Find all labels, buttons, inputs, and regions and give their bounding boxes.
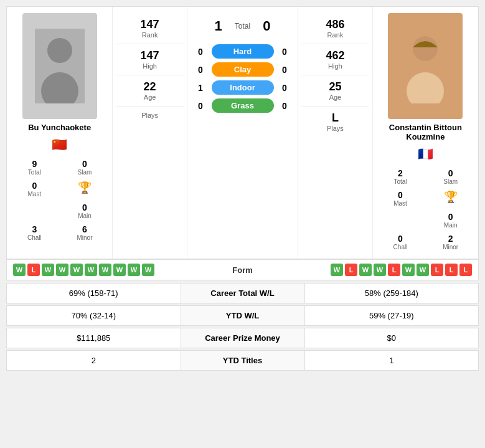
left-main-lbl: Main <box>62 212 108 219</box>
right-mast-val: 0 <box>377 190 424 200</box>
left-main-cell: 0 Main <box>60 201 110 221</box>
left-trophy-cell: 🏆 <box>60 179 110 199</box>
left-player-avatar <box>22 13 97 119</box>
form-label: Form <box>232 265 253 275</box>
form-badge-1: L <box>27 264 40 276</box>
left-stats-inner: 147 Rank 147 High 22 Age Plays <box>113 7 187 130</box>
form-badge-0: W <box>13 264 26 276</box>
surface-indoor-right-score: 0 <box>277 83 293 93</box>
right-player-avatar <box>388 13 463 119</box>
svg-point-4 <box>413 36 438 61</box>
surface-grass-btn[interactable]: Grass <box>212 98 274 113</box>
surface-hard-right-score: 0 <box>277 47 293 57</box>
right-slam-val: 0 <box>427 168 474 178</box>
right-minor-cell: 2 Minor <box>426 232 475 252</box>
form-badge-4: L <box>388 264 400 276</box>
stats-right-2: $0 <box>305 328 479 348</box>
right-main-cell: 0 Main <box>426 210 475 231</box>
right-age-box: 25 Age <box>301 75 369 107</box>
left-mast-val: 0 <box>11 181 58 191</box>
right-stats-inner: 486 Rank 462 High 25 Age L Plays <box>298 7 372 143</box>
left-rank-box: 147 Rank <box>116 13 184 44</box>
right-total-lbl: Total <box>377 178 424 185</box>
right-age-val: 25 <box>304 80 366 93</box>
form-badge-2: W <box>359 264 372 276</box>
stats-center-1: YTD W/L <box>181 306 305 325</box>
stats-row-0: 69% (158-71) Career Total W/L 58% (259-1… <box>6 283 479 303</box>
form-badge-7: W <box>113 264 126 276</box>
stats-left-0: 69% (158-71) <box>7 284 181 303</box>
right-player-card: Constantin Bittoun Kouzmine 🇫🇷 2 Total 0… <box>373 7 478 259</box>
right-high-box: 462 High <box>301 44 369 75</box>
form-badge-7: L <box>431 264 443 276</box>
surface-clay-btn[interactable]: Clay <box>212 62 274 77</box>
stats-right-3: 1 <box>305 351 479 370</box>
left-mast-lbl: Mast <box>11 191 58 198</box>
right-mast-cell: 0 Mast <box>376 188 425 209</box>
form-badge-1: L <box>345 264 357 276</box>
right-plays-val: L <box>304 112 366 125</box>
surface-hard-left-score: 0 <box>193 47 209 57</box>
left-form-badges: WLWWWWWWWW <box>13 264 154 276</box>
left-total-lbl: Total <box>11 169 58 176</box>
left-slam-val: 0 <box>62 159 108 169</box>
form-badge-8: W <box>128 264 140 276</box>
right-form-badges: WLWWLWWLLL <box>331 264 472 276</box>
left-player-card: Bu Yunchaokete 🇨🇳 9 Total 0 Slam 0 Mast <box>7 7 112 259</box>
form-badge-9: W <box>142 264 154 276</box>
form-badge-5: W <box>402 264 415 276</box>
left-mast-cell: 0 Mast <box>10 179 59 199</box>
right-main-val: 0 <box>427 212 474 222</box>
right-slam-lbl: Slam <box>427 178 474 185</box>
left-slam-cell: 0 Slam <box>60 157 110 178</box>
stats-center-0: Career Total W/L <box>181 284 305 303</box>
left-rank-val: 147 <box>119 18 181 31</box>
left-rank-lbl: Rank <box>119 31 181 39</box>
right-total-cell: 2 Total <box>376 166 425 187</box>
main-card: Bu Yunchaokete 🇨🇳 9 Total 0 Slam 0 Mast <box>6 6 479 259</box>
form-badge-3: W <box>374 264 386 276</box>
right-main-lbl: Main <box>427 222 474 229</box>
right-plays-box: L Plays <box>301 107 369 137</box>
stats-left-3: 2 <box>7 351 181 370</box>
surface-row-clay: 0 Clay 0 <box>187 62 298 77</box>
right-player-flag: 🇫🇷 <box>418 146 433 161</box>
form-badge-8: L <box>445 264 458 276</box>
form-badge-5: W <box>85 264 97 276</box>
left-minor-cell: 6 Minor <box>60 222 110 243</box>
center-col: 1 Total 0 0 Hard 0 0 Clay 0 1 Indoor 0 0… <box>187 7 298 259</box>
left-chall-cell: 3 Chall <box>10 222 59 243</box>
stats-rows: 69% (158-71) Career Total W/L 58% (259-1… <box>6 283 479 371</box>
stats-right-0: 58% (259-184) <box>305 284 479 303</box>
right-chall-cell: 0 Chall <box>376 232 425 252</box>
total-header: 1 Total 0 <box>187 13 298 39</box>
right-total-score: 0 <box>263 18 270 34</box>
left-plays-box: Plays <box>116 107 184 124</box>
form-badge-4: W <box>70 264 83 276</box>
left-high-box: 147 High <box>116 44 184 75</box>
left-stats-col: 147 Rank 147 High 22 Age Plays <box>112 7 187 259</box>
left-minor-val: 6 <box>62 224 108 234</box>
right-chall-lbl: Chall <box>377 244 424 250</box>
left-plays-lbl: Plays <box>119 112 181 119</box>
right-slam-cell: 0 Slam <box>426 166 475 187</box>
left-age-box: 22 Age <box>116 75 184 107</box>
left-player-flag: 🇨🇳 <box>52 137 67 152</box>
right-player-name: Constantin Bittoun Kouzmine <box>376 123 475 141</box>
right-mast-lbl: Mast <box>377 200 424 207</box>
stats-left-2: $111,885 <box>7 328 181 348</box>
stats-row-1: 70% (32-14) YTD W/L 59% (27-19) <box>6 305 479 326</box>
right-age-lbl: Age <box>304 93 366 101</box>
surface-hard-btn[interactable]: Hard <box>212 44 274 59</box>
total-label: Total <box>235 22 250 31</box>
right-trophy-icon: 🏆 <box>444 190 458 204</box>
left-high-lbl: High <box>119 62 181 70</box>
right-rank-box: 486 Rank <box>301 13 369 44</box>
form-badge-9: L <box>459 264 472 276</box>
surface-indoor-btn[interactable]: Indoor <box>212 80 274 95</box>
right-minor-lbl: Minor <box>427 244 474 250</box>
form-section: WLWWWWWWWW Form WLWWLWWLLL <box>6 259 479 280</box>
right-plays-lbl: Plays <box>304 125 366 132</box>
right-rank-lbl: Rank <box>304 31 366 39</box>
form-badge-3: W <box>56 264 68 276</box>
